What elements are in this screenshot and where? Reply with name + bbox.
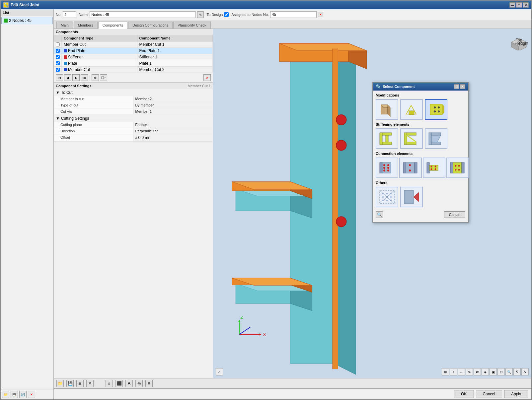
row-check-1[interactable]	[54, 48, 62, 54]
copy-component-button[interactable]: ❑+	[100, 74, 107, 81]
next-button[interactable]: ▶	[72, 74, 80, 81]
row-check-4[interactable]	[54, 67, 62, 73]
other-card-2[interactable]	[400, 187, 423, 207]
conn-card-3[interactable]	[423, 158, 445, 178]
conn-card-1[interactable]	[376, 158, 398, 178]
ok-button[interactable]: OK	[454, 390, 474, 398]
sidebar-item-nodes[interactable]: 2 Nodes : 45	[1, 17, 53, 24]
tab-main[interactable]: Main	[56, 22, 73, 29]
status-icon-7[interactable]: A	[125, 380, 133, 387]
to-cut-value-0[interactable]: Member 2	[133, 96, 213, 102]
modal-cancel-button[interactable]: Cancel	[444, 211, 465, 218]
status-icon-9[interactable]: ≡	[145, 380, 153, 387]
view-cube[interactable]: Front Right Top	[510, 32, 528, 51]
component-row-1[interactable]: End Plate End Plate 1	[54, 48, 213, 54]
cutting-value-0[interactable]: Farther	[133, 122, 213, 128]
stiff-card-3[interactable]	[425, 128, 447, 149]
tab-members[interactable]: Members	[74, 22, 98, 29]
assigned-clear-button[interactable]: ✕	[318, 12, 323, 17]
load-button[interactable]: 📁	[2, 391, 9, 398]
component-row-3[interactable]: Plate Plate 1	[54, 60, 213, 67]
status-icon-3[interactable]: ⊞	[76, 380, 84, 387]
view-tb-11[interactable]: ⇲	[521, 368, 529, 375]
status-icon-5[interactable]: #	[106, 380, 113, 387]
name-edit-button[interactable]: ✎	[197, 11, 204, 18]
prev-button[interactable]: ◀	[64, 74, 71, 81]
first-button[interactable]: ⏮	[56, 74, 63, 81]
row-check-0[interactable]	[54, 41, 62, 47]
last-button[interactable]: ⏭	[81, 74, 88, 81]
conn-card-2[interactable]	[399, 158, 422, 178]
cutting-header[interactable]: ▼ Cutting Settings	[54, 115, 213, 122]
svg-rect-48	[380, 133, 382, 145]
view-tb-1[interactable]: ⊞	[442, 368, 449, 375]
svg-point-93	[386, 196, 388, 198]
to-design-checkbox[interactable]	[224, 12, 229, 17]
svg-marker-43	[442, 104, 444, 115]
svg-point-75	[431, 166, 432, 167]
row-check-3[interactable]	[54, 60, 62, 66]
mod-card-2[interactable]	[400, 99, 423, 120]
component-row-2[interactable]: Stiffener Stiffener 1	[54, 54, 213, 60]
save-button[interactable]: 💾	[11, 391, 18, 398]
status-icon-8[interactable]: ◎	[135, 380, 143, 387]
apply-button[interactable]: Apply	[504, 390, 528, 398]
add-component-button[interactable]: ⊕	[92, 74, 99, 81]
modal-close-button[interactable]: ✕	[460, 84, 465, 89]
cutting-label-0: Cutting plane	[54, 122, 133, 128]
delete-button[interactable]: ✕	[28, 391, 35, 398]
view-tb-3[interactable]: ↔	[458, 368, 465, 375]
status-icon-2[interactable]: 💾	[66, 380, 74, 387]
home-view-button[interactable]: ⌂	[216, 368, 223, 375]
tab-plausibility-check[interactable]: Plausibility Check	[173, 22, 210, 29]
close-button[interactable]: ✕	[523, 2, 529, 8]
svg-marker-38	[388, 105, 390, 117]
refresh-button[interactable]: 🔄	[19, 391, 27, 398]
view-tb-10[interactable]: ⇱	[513, 368, 521, 375]
view-tb-6[interactable]: ◈	[482, 368, 489, 375]
to-cut-value-1[interactable]: By member	[133, 102, 213, 108]
svg-point-64	[383, 169, 385, 171]
view-tb-9[interactable]: 🔍	[505, 368, 513, 375]
conn-card-4[interactable]	[446, 158, 469, 178]
modal-maximize-button[interactable]: □	[454, 84, 459, 89]
component-row-0[interactable]: Member Cut Member Cut 1	[54, 41, 213, 48]
assigned-input[interactable]	[270, 11, 317, 18]
sidebar: List 2 Nodes : 45 📁 💾 🔄 ✕	[1, 9, 54, 399]
status-icon-1[interactable]: 📁	[56, 380, 64, 387]
modal-search-button[interactable]: 🔍	[376, 211, 383, 218]
svg-rect-68	[403, 163, 406, 173]
view-tb-7[interactable]: ▣	[490, 368, 497, 375]
modal-title-buttons: □ ✕	[454, 84, 465, 89]
maximize-button[interactable]: □	[516, 2, 522, 8]
view-tb-4[interactable]: ⇅	[466, 368, 473, 375]
view-tb-2[interactable]: ↕	[450, 368, 457, 375]
component-row-4[interactable]: Member Cut Member Cut 2	[54, 67, 213, 73]
no-input[interactable]	[63, 11, 76, 18]
tab-design-configurations[interactable]: Design Configurations	[128, 22, 173, 29]
svg-point-46	[438, 106, 440, 108]
row-name-0: Member Cut 1	[137, 41, 213, 47]
row-color-3	[64, 62, 67, 65]
view-tb-5[interactable]: ⇄	[474, 368, 481, 375]
row-type-4: Member Cut	[62, 67, 137, 73]
mod-card-1[interactable]	[376, 99, 398, 120]
tab-components[interactable]: Components	[98, 22, 127, 29]
to-cut-value-2[interactable]: Member 1	[133, 108, 213, 114]
delete-component-button[interactable]: ✕	[203, 74, 211, 81]
view-tb-8[interactable]: ⊡	[497, 368, 505, 375]
other-card-1[interactable]	[376, 187, 398, 207]
row-check-2[interactable]	[54, 54, 62, 60]
minimize-button[interactable]: —	[509, 2, 515, 8]
to-cut-header[interactable]: ▼ To Cut	[54, 89, 213, 96]
status-icon-6[interactable]: ⬛	[115, 380, 123, 387]
status-icon-4[interactable]: ✕	[86, 380, 94, 387]
stiff-card-2[interactable]	[400, 128, 423, 149]
cutting-value-1[interactable]: Perpendicular	[133, 128, 213, 134]
cancel-button[interactable]: Cancel	[476, 390, 502, 398]
name-input[interactable]	[90, 11, 196, 18]
svg-point-82	[455, 165, 457, 167]
stiff-card-1[interactable]	[376, 128, 398, 149]
mod-card-3[interactable]	[425, 99, 447, 120]
cutting-value-2[interactable]: Δ 0.0 mm	[133, 134, 213, 141]
